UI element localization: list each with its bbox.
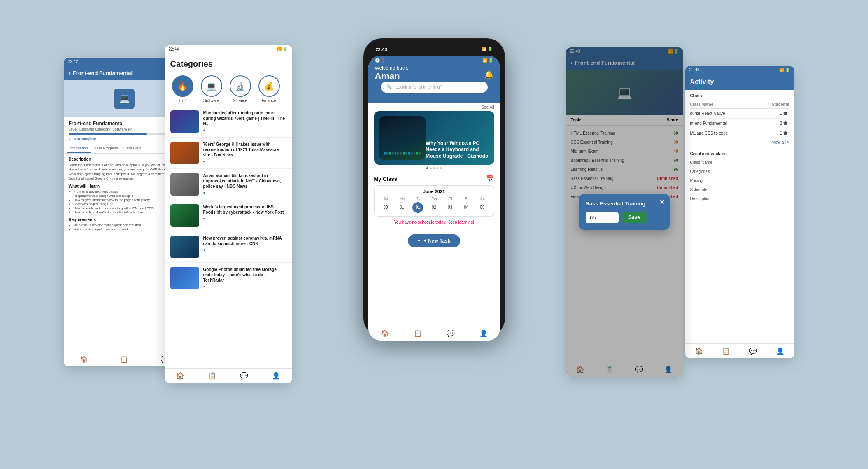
progress-bar bbox=[69, 133, 180, 135]
class-table-header: Class Name Students bbox=[690, 100, 789, 109]
right-bottom-nav: 🏠 📋 💬 👤 bbox=[685, 343, 794, 358]
cat-hot-icon: 🔥 bbox=[172, 75, 193, 97]
nav-courses[interactable]: 📋 bbox=[120, 355, 128, 363]
news-thumb-5 bbox=[170, 267, 199, 289]
hero-card-text: Why Your Windows PC Needs a Keyboard and… bbox=[426, 140, 489, 160]
tab-information[interactable]: Information bbox=[67, 144, 91, 153]
hero-card[interactable]: Why Your Windows PC Needs a Keyboard and… bbox=[374, 111, 494, 165]
cat-finance[interactable]: 💰 Finance bbox=[257, 75, 282, 103]
screen-fe: 22:43 📶 🔋 ‹ Front-end Fundamental 💻 Topi… bbox=[566, 47, 683, 377]
hat-icon-1: 🎓 bbox=[783, 121, 788, 126]
form-class-name: Class Name : bbox=[690, 159, 789, 166]
news-item-5[interactable]: Google Photos unlimited free storage end… bbox=[165, 263, 292, 294]
center-bottom-nav: 🏠 📋 💬 👤 bbox=[368, 326, 500, 341]
news-thumb-0 bbox=[170, 110, 199, 133]
schedule-start-input[interactable] bbox=[721, 187, 753, 193]
right-status-bar: 22:43 📶 🔋 bbox=[685, 66, 794, 74]
news-item-1[interactable]: 76ers' George Hill takes issue with reco… bbox=[165, 138, 292, 169]
tab-discussion[interactable]: Class Discu... bbox=[121, 144, 148, 153]
right-nav-chat[interactable]: 💬 bbox=[749, 347, 757, 355]
cat-science[interactable]: 🔬 Science bbox=[228, 75, 253, 103]
score-modal: Sass Essential Training ✕ Save bbox=[579, 194, 670, 230]
right-header: Activity bbox=[685, 74, 794, 90]
calendar-icon[interactable]: 📅 bbox=[486, 175, 494, 183]
screens-container: 22:42 📶 🔋 ‹ Front-end Fundamental 💻 Fron… bbox=[64, 33, 805, 436]
news-thumb-3 bbox=[170, 204, 199, 227]
cat-status-bar: 22:44 📶 🔋 bbox=[165, 45, 292, 54]
center-content: See All bbox=[368, 103, 500, 326]
screen-right: 22:43 📶 🔋 Activity Class Class Name Stud… bbox=[685, 66, 794, 358]
hero-image bbox=[379, 116, 426, 160]
hat-icon-0: 🎓 bbox=[783, 111, 788, 116]
keyboard-keys bbox=[384, 152, 421, 155]
pricing-input[interactable] bbox=[721, 177, 789, 184]
phone-device: 22:43 📶 🔋 🕐 📍 📶 🔋 Welcome back, Aman 🔔 🔍 bbox=[364, 39, 504, 336]
score-input[interactable] bbox=[586, 212, 619, 223]
center-header: Welcome back, Aman 🔔 🔍 Looking for somet… bbox=[368, 63, 500, 103]
create-class-section: Create new class Class Name : Categories… bbox=[685, 151, 794, 202]
class-row-1[interactable]: nt-end Fundamental 2 🎓 › bbox=[690, 119, 789, 128]
nav-home[interactable]: 🏠 bbox=[80, 355, 88, 363]
my-class-section: My Class 📅 June 2021 Su Mo Tu We Th bbox=[368, 172, 500, 231]
class-row-0[interactable]: ourse React Native 1 🎓 › bbox=[690, 109, 789, 119]
form-description: Description : bbox=[690, 196, 789, 202]
cat-nav-chat[interactable]: 💬 bbox=[240, 372, 248, 380]
news-thumb-1 bbox=[170, 142, 199, 164]
new-task-button[interactable]: + + New Task bbox=[408, 234, 461, 247]
right-nav-profile[interactable]: 👤 bbox=[776, 347, 784, 355]
chevron-right-2: › bbox=[788, 131, 789, 135]
cat-title: Categories bbox=[165, 54, 292, 72]
center-phone: 22:43 📶 🔋 🕐 📍 📶 🔋 Welcome back, Aman 🔔 🔍 bbox=[364, 39, 504, 336]
cat-software[interactable]: 💻 Software bbox=[199, 75, 224, 103]
cat-finance-icon: 💰 bbox=[258, 75, 280, 97]
cat-science-icon: 🔬 bbox=[230, 75, 251, 97]
form-pricing: Pricing : bbox=[690, 177, 789, 184]
modal-title: Sass Essential Training bbox=[586, 201, 663, 207]
cal-days-header: Su Mo Tu We Th Fr Sa bbox=[378, 196, 491, 201]
categories-input[interactable] bbox=[721, 168, 789, 175]
cat-nav-profile[interactable]: 👤 bbox=[272, 372, 280, 380]
modal-close-button[interactable]: ✕ bbox=[659, 198, 665, 206]
calendar-widget: June 2021 Su Mo Tu We Th Fr Sa bbox=[374, 185, 494, 217]
bell-icon[interactable]: 🔔 bbox=[484, 70, 493, 79]
center-nav-profile[interactable]: 👤 bbox=[479, 329, 488, 337]
right-nav-home[interactable]: 🏠 bbox=[695, 347, 703, 355]
requirements-list: No previous development experience requi… bbox=[69, 223, 180, 231]
modal-overlay: Sass Essential Training ✕ Save bbox=[566, 47, 683, 377]
news-item-0[interactable]: Man tackled after running onto court dur… bbox=[165, 106, 292, 138]
cat-nav-courses[interactable]: 📋 bbox=[208, 372, 216, 380]
modal-input-row: Save bbox=[586, 212, 663, 223]
class-row-2[interactable]: ML and CSS to code 1 🎓 › bbox=[690, 128, 789, 138]
center-nav-chat[interactable]: 💬 bbox=[447, 329, 455, 337]
progress-fill bbox=[69, 133, 147, 135]
center-nav-home[interactable]: 🏠 bbox=[381, 329, 389, 337]
right-nav-courses[interactable]: 📋 bbox=[722, 347, 730, 355]
cal-days: 30 31 01 02 03 04 05 bbox=[378, 202, 491, 213]
learn-list: Front-End development basics Responsive … bbox=[69, 190, 180, 214]
search-bar[interactable]: 🔍 Looking for something? bbox=[381, 82, 488, 93]
cat-hot[interactable]: 🔥 Hot bbox=[170, 75, 195, 103]
news-thumb-4 bbox=[170, 236, 199, 258]
chevron-right-0: › bbox=[788, 111, 789, 116]
carousel-dots bbox=[368, 167, 500, 169]
modal-save-button[interactable]: Save bbox=[622, 212, 647, 223]
form-schedule: Schedule : - bbox=[690, 187, 789, 193]
schedule-end-input[interactable] bbox=[758, 187, 789, 193]
news-item-3[interactable]: World's largest meat processor JBS Foods… bbox=[165, 200, 292, 231]
news-item-2[interactable]: Asian woman, 55, knocked out in unprovok… bbox=[165, 169, 292, 200]
cat-software-icon: 💻 bbox=[201, 75, 222, 97]
hat-icon-2: 🎓 bbox=[783, 131, 788, 135]
news-thumb-2 bbox=[170, 173, 199, 196]
description-input[interactable] bbox=[721, 196, 789, 202]
class-name-input[interactable] bbox=[721, 159, 789, 166]
phone-screen-inner: 🕐 📍 📶 🔋 Welcome back, Aman 🔔 🔍 Looking f… bbox=[368, 56, 500, 341]
plus-icon: + bbox=[418, 238, 421, 244]
news-item-4[interactable]: Now proven against coronavirus, mRNA can… bbox=[165, 231, 292, 263]
center-nav-courses[interactable]: 📋 bbox=[414, 329, 422, 337]
phone-notch bbox=[416, 45, 453, 53]
cat-bottom-nav: 🏠 📋 💬 👤 bbox=[165, 368, 292, 383]
tab-progress[interactable]: Class Progress bbox=[91, 144, 121, 153]
cat-nav-home[interactable]: 🏠 bbox=[176, 372, 184, 380]
course-icon: 💻 bbox=[114, 89, 135, 109]
view-all-link[interactable]: view all > bbox=[690, 138, 789, 148]
